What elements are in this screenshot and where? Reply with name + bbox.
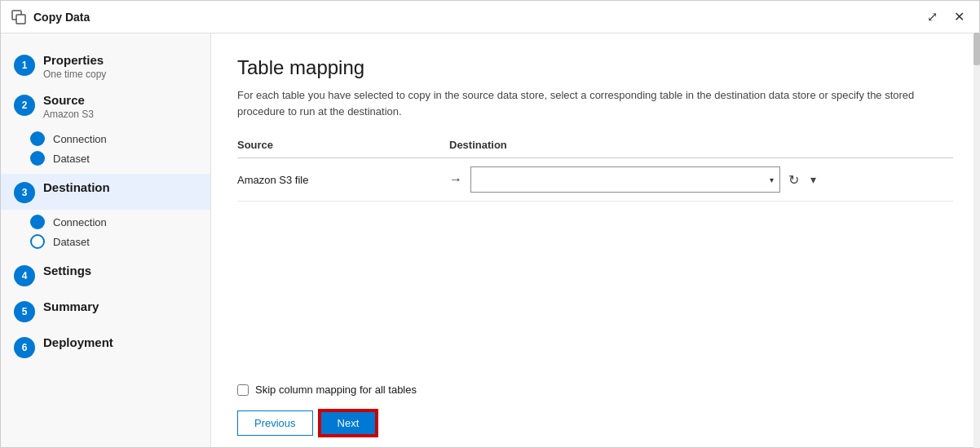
skip-checkbox-row: Skip column mapping for all tables — [237, 384, 953, 396]
copy-data-icon — [11, 9, 27, 25]
expand-row-button[interactable]: ▾ — [809, 171, 818, 188]
destination-dropdown-wrapper[interactable]: ▾ — [470, 166, 780, 193]
dest-dataset-step: Dataset — [30, 234, 210, 249]
source-dataset-dot — [30, 151, 45, 166]
destination-sub-steps: Connection Dataset — [1, 210, 210, 254]
content-inner: Table mapping For each table you have se… — [211, 33, 979, 372]
step-info-5: Summary — [43, 299, 99, 313]
step-subtitle-2: Amazon S3 — [43, 109, 94, 120]
row-actions: ↻ ▾ — [787, 171, 818, 189]
table-row: Amazon S3 file → ▾ ↻ ▾ — [237, 158, 953, 202]
col-destination-header: Destination — [449, 139, 775, 151]
close-button[interactable]: ✕ — [949, 9, 969, 25]
expand-button[interactable]: ⤢ — [922, 9, 942, 25]
step-info-2: Source Amazon S3 — [43, 93, 94, 120]
step-info-4: Settings — [43, 264, 91, 277]
skip-column-mapping-label: Skip column mapping for all tables — [255, 384, 417, 396]
sidebar-step-2[interactable]: 2 Source Amazon S3 — [1, 86, 210, 126]
step-circle-2: 2 — [14, 95, 35, 116]
dest-connection-dot — [30, 215, 45, 229]
previous-button[interactable]: Previous — [237, 410, 313, 436]
dest-dataset-label: Dataset — [53, 236, 90, 248]
sidebar-step-3[interactable]: 3 Destination — [1, 174, 210, 210]
source-dataset-step: Dataset — [30, 151, 210, 166]
source-sub-steps: Connection Dataset — [1, 126, 210, 171]
step-circle-3: 3 — [14, 182, 35, 203]
source-connection-step: Connection — [30, 131, 210, 146]
dest-connection-label: Connection — [53, 216, 107, 228]
dest-dataset-dot — [30, 234, 45, 249]
step-title-5: Summary — [43, 299, 99, 313]
step-circle-4: 4 — [14, 265, 35, 286]
sidebar-step-5[interactable]: 5 Summary — [1, 293, 210, 329]
scrollbar-thumb[interactable] — [973, 33, 979, 65]
step-title-3: Destination — [43, 180, 110, 194]
step-info-6: Deployment — [43, 335, 113, 349]
step-circle-1: 1 — [14, 55, 35, 76]
step-title-4: Settings — [43, 264, 91, 277]
sidebar: 1 Properties One time copy 2 Source Amaz… — [1, 33, 211, 447]
page-title: Table mapping — [237, 56, 953, 79]
window: Copy Data ⤢ ✕ 1 Properties One time copy… — [0, 0, 980, 448]
sidebar-step-4[interactable]: 4 Settings — [1, 257, 210, 293]
dest-connection-step: Connection — [30, 215, 210, 229]
button-row: Previous Next — [237, 410, 953, 436]
col-source-header: Source — [237, 139, 449, 151]
table-header: Source Destination — [237, 139, 953, 158]
title-bar: Copy Data ⤢ ✕ — [1, 1, 979, 33]
next-button[interactable]: Next — [320, 410, 377, 436]
step-info-1: Properties One time copy — [43, 53, 106, 80]
step-circle-5: 5 — [14, 301, 35, 322]
content-area: Table mapping For each table you have se… — [211, 33, 979, 447]
refresh-button[interactable]: ↻ — [787, 171, 801, 189]
page-description: For each table you have selected to copy… — [237, 87, 953, 119]
svg-rect-1 — [16, 15, 25, 24]
step-title-1: Properties — [43, 53, 106, 67]
step-title-6: Deployment — [43, 335, 113, 349]
source-connection-label: Connection — [53, 133, 107, 145]
window-controls: ⤢ ✕ — [922, 9, 969, 25]
step-subtitle-1: One time copy — [43, 69, 106, 80]
main-layout: 1 Properties One time copy 2 Source Amaz… — [1, 33, 979, 447]
step-info-3: Destination — [43, 180, 110, 194]
skip-column-mapping-checkbox[interactable] — [237, 384, 249, 396]
step-circle-6: 6 — [14, 337, 35, 358]
sidebar-step-1[interactable]: 1 Properties One time copy — [1, 47, 210, 86]
source-file-label: Amazon S3 file — [237, 174, 308, 186]
footer-area: Skip column mapping for all tables Previ… — [211, 372, 979, 447]
window-title: Copy Data — [33, 11, 922, 24]
source-dataset-label: Dataset — [53, 153, 90, 165]
scrollbar-track — [973, 33, 979, 447]
destination-select[interactable] — [470, 166, 780, 193]
source-connection-dot — [30, 131, 45, 146]
step-title-2: Source — [43, 93, 94, 107]
sidebar-step-6[interactable]: 6 Deployment — [1, 329, 210, 365]
arrow-icon: → — [449, 172, 462, 187]
source-cell: Amazon S3 file — [237, 174, 449, 186]
